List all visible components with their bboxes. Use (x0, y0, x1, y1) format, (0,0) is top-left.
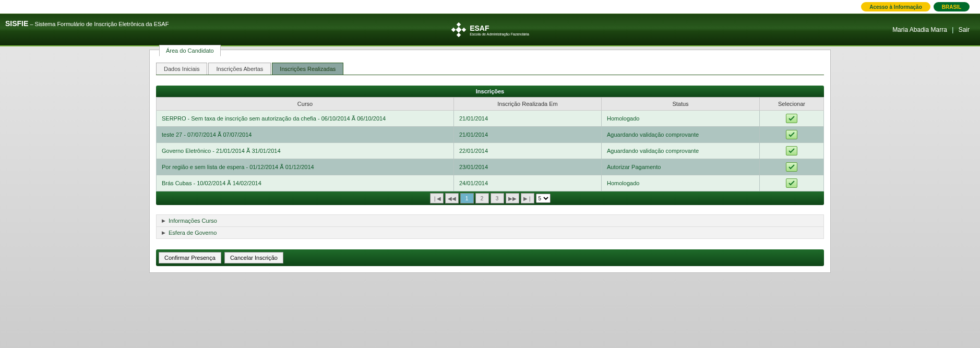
select-row-button[interactable] (786, 178, 797, 188)
cell-status: Homologado (602, 111, 760, 127)
cell-select (760, 127, 824, 143)
svg-rect-3 (462, 28, 466, 32)
table-title: Inscrições (156, 86, 824, 97)
table-row: SERPRO - Sem taxa de inscrição sem autor… (157, 111, 824, 127)
fieldset-legend: Área do Candidato (159, 45, 221, 56)
cell-curso: teste 27 - 07/07/2014 Ã 07/07/2014 (157, 127, 454, 143)
acesso-informacao-link[interactable]: Acesso à Informação (861, 2, 930, 11)
select-row-button[interactable] (786, 114, 797, 123)
pager-next[interactable]: ▶▶ (506, 193, 519, 203)
separator: | (952, 26, 953, 33)
system-title-abbr: SISFIE (5, 19, 28, 28)
cell-status: Autorizar Pagamento (602, 159, 760, 175)
pager-page-3[interactable]: 3 (491, 193, 504, 203)
accordion-group: ▶ Informações Curso ▶ Esfera de Governo (156, 214, 824, 239)
system-title-desc: – Sistema Formulário de Inscrição Eletrô… (28, 21, 169, 27)
col-curso: Curso (157, 98, 454, 111)
confirmar-presenca-button[interactable]: Confirmar Presença (159, 252, 221, 263)
content-card: Área do Candidato Dados Iniciais Inscriç… (149, 50, 831, 273)
col-data: Inscrição Realizada Em (454, 98, 602, 111)
logout-link[interactable]: Sair (959, 26, 970, 33)
cell-data: 24/01/2014 (454, 175, 602, 191)
expand-icon: ▶ (162, 218, 165, 223)
cell-status: Homologado (602, 175, 760, 191)
logo-subtitle: Escola de Administração Fazendária (470, 32, 529, 36)
cell-curso: Por região e sem lista de espera - 01/12… (157, 159, 454, 175)
system-title: SISFIE – Sistema Formulário de Inscrição… (5, 19, 169, 28)
pager-page-2[interactable]: 2 (475, 193, 489, 203)
pager-page-1[interactable]: 1 (460, 193, 474, 203)
action-bar: Confirmar Presença Cancelar Inscrição (156, 249, 824, 266)
expand-icon: ▶ (162, 230, 165, 235)
col-selecionar: Selecionar (760, 98, 824, 111)
table-row: Por região e sem lista de espera - 01/12… (157, 159, 824, 175)
select-row-button[interactable] (786, 146, 797, 155)
brasil-link[interactable]: BRASIL (934, 2, 970, 11)
pager: ❘◀ ◀◀ 1 2 3 ▶▶ ▶❘ 5 (156, 191, 824, 205)
cell-data: 22/01/2014 (454, 143, 602, 159)
tab-bar: Dados Iniciais Inscrições Abertas Inscri… (156, 63, 824, 75)
table-row: teste 27 - 07/07/2014 Ã 07/07/201421/01/… (157, 127, 824, 143)
cell-data: 21/01/2014 (454, 127, 602, 143)
logo-text: ESAF (470, 24, 489, 32)
tab-inscricoes-abertas[interactable]: Inscrições Abertas (208, 63, 271, 75)
tab-dados-iniciais[interactable]: Dados Iniciais (156, 63, 207, 75)
cell-status: Aguardando validação comprovante (602, 143, 760, 159)
cell-select (760, 143, 824, 159)
svg-rect-0 (457, 22, 461, 27)
pager-last[interactable]: ▶❘ (521, 193, 534, 203)
svg-rect-2 (451, 28, 456, 32)
accordion-label: Esfera de Governo (169, 230, 217, 236)
select-row-button[interactable] (786, 130, 797, 139)
logo-text-wrap: ESAF Escola de Administração Fazendária (470, 24, 529, 36)
col-status: Status (602, 98, 760, 111)
accordion-label: Informações Curso (169, 218, 217, 224)
pager-size-select[interactable]: 5 (536, 194, 551, 203)
cell-curso: Brás Cubas - 10/02/2014 Ã 14/02/2014 (157, 175, 454, 191)
cell-curso: SERPRO - Sem taxa de inscrição sem autor… (157, 111, 454, 127)
table-row: Brás Cubas - 10/02/2014 Ã 14/02/201424/0… (157, 175, 824, 191)
tab-inscricoes-realizadas[interactable]: Inscrições Realizadas (272, 63, 343, 75)
accordion-esfera-governo[interactable]: ▶ Esfera de Governo (157, 226, 823, 238)
cell-data: 23/01/2014 (454, 159, 602, 175)
esaf-logo-icon (451, 22, 467, 38)
user-area: Maria Abadia Marra | Sair (892, 26, 970, 33)
accordion-informacoes-curso[interactable]: ▶ Informações Curso (157, 215, 823, 226)
cell-select (760, 111, 824, 127)
pager-first[interactable]: ❘◀ (430, 193, 444, 203)
user-name: Maria Abadia Marra (892, 26, 947, 33)
table-row: Governo Eletrônico - 21/01/2014 Ã 31/01/… (157, 143, 824, 159)
government-bar: Acesso à Informação BRASIL (0, 0, 980, 14)
svg-rect-4 (456, 27, 462, 32)
svg-rect-1 (457, 33, 461, 37)
cancelar-inscricao-button[interactable]: Cancelar Inscrição (224, 252, 283, 263)
logo: ESAF Escola de Administração Fazendária (451, 22, 529, 38)
cell-curso: Governo Eletrônico - 21/01/2014 Ã 31/01/… (157, 143, 454, 159)
inscricoes-table: Curso Inscrição Realizada Em Status Sele… (156, 97, 824, 191)
cell-select (760, 159, 824, 175)
table-panel: Inscrições Curso Inscrição Realizada Em … (156, 86, 824, 205)
cell-data: 21/01/2014 (454, 111, 602, 127)
pager-prev[interactable]: ◀◀ (445, 193, 459, 203)
main-header: SISFIE – Sistema Formulário de Inscrição… (0, 14, 980, 46)
cell-status: Aguardando validação comprovante (602, 127, 760, 143)
cell-select (760, 175, 824, 191)
select-row-button[interactable] (786, 162, 797, 172)
